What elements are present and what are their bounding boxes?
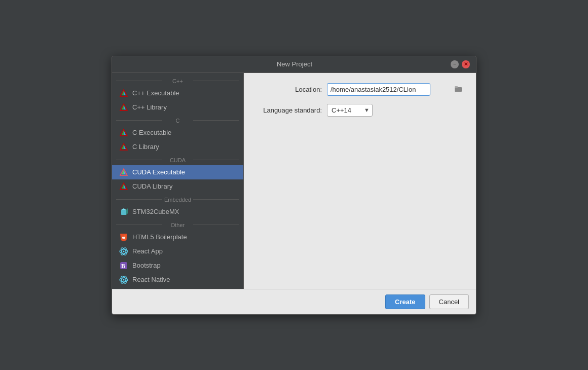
create-button[interactable]: Create xyxy=(385,294,425,309)
triangle-icon xyxy=(119,103,128,112)
sidebar-item-label: C++ Library xyxy=(132,103,167,111)
svg-rect-24 xyxy=(123,238,125,239)
triangle-icon xyxy=(119,168,128,177)
svg-text:B: B xyxy=(121,263,125,270)
location-row: Location: xyxy=(256,83,464,96)
svg-rect-18 xyxy=(121,210,126,215)
section-label-c: C xyxy=(112,115,243,126)
sidebar-item-label: CUDA Library xyxy=(132,182,172,190)
sidebar-item-cpp-library[interactable]: C++ Library xyxy=(112,100,243,115)
svg-rect-35 xyxy=(455,87,462,92)
bootstrap-icon: B xyxy=(119,261,128,270)
sidebar-item-label: C++ Executable xyxy=(132,89,179,97)
section-label-other: Other xyxy=(112,219,243,230)
section-label-embedded: Embedded xyxy=(112,194,243,205)
sidebar-item-label: STM32CubeMX xyxy=(132,208,179,215)
browse-folder-button[interactable] xyxy=(455,85,462,93)
window-controls: – ✕ xyxy=(451,60,470,68)
sidebar-item-stm32cubemx[interactable]: STM32CubeMX xyxy=(112,205,243,219)
svg-marker-20 xyxy=(126,208,128,215)
language-label: Language standard: xyxy=(256,106,322,114)
language-select[interactable]: C++03 C++11 C++14 C++17 C++20 xyxy=(327,104,373,117)
svg-point-34 xyxy=(123,279,125,280)
react-icon xyxy=(119,247,128,256)
new-project-dialog: New Project – ✕ C++ C++ Executable xyxy=(112,56,476,315)
title-bar: New Project – ✕ xyxy=(112,56,476,73)
sidebar-item-html5-boilerplate[interactable]: HTML5 Boilerplate xyxy=(112,230,243,244)
sidebar-item-c-executable[interactable]: C Executable xyxy=(112,126,243,140)
cube-icon xyxy=(119,207,128,216)
triangle-icon xyxy=(119,182,128,191)
triangle-icon xyxy=(119,89,128,98)
triangle-icon xyxy=(119,142,128,152)
dialog-footer: Create Cancel xyxy=(112,289,476,314)
svg-marker-19 xyxy=(121,208,126,210)
location-input[interactable] xyxy=(327,83,430,96)
project-type-sidebar: C++ C++ Executable xyxy=(112,73,244,289)
section-label-cuda: CUDA xyxy=(112,154,243,165)
section-label-cpp: C++ xyxy=(112,75,243,86)
location-field-wrapper xyxy=(327,83,464,96)
sidebar-item-label: C Library xyxy=(132,143,159,151)
sidebar-item-react-native[interactable]: React Native xyxy=(112,273,243,287)
sidebar-item-label: React Native xyxy=(132,276,170,283)
sidebar-item-label: CUDA Executable xyxy=(132,168,185,176)
language-row: Language standard: C++03 C++11 C++14 C++… xyxy=(256,104,464,117)
sidebar-item-c-library[interactable]: C Library xyxy=(112,140,243,154)
dialog-title: New Project xyxy=(138,60,451,68)
cancel-button[interactable]: Cancel xyxy=(429,294,469,309)
sidebar-item-cpp-executable[interactable]: C++ Executable xyxy=(112,86,243,100)
project-settings-panel: Location: Language standard: C++03 xyxy=(244,73,476,289)
svg-rect-23 xyxy=(122,237,125,238)
sidebar-item-label: Bootstrap xyxy=(132,262,161,269)
react-icon xyxy=(119,275,128,284)
sidebar-item-cuda-library[interactable]: CUDA Library xyxy=(112,179,243,194)
sidebar-item-bootstrap[interactable]: B Bootstrap xyxy=(112,258,243,273)
sidebar-item-cuda-executable[interactable]: CUDA Executable xyxy=(112,165,243,179)
svg-rect-36 xyxy=(455,86,458,88)
triangle-icon xyxy=(119,128,128,137)
close-button[interactable]: ✕ xyxy=(462,60,470,68)
sidebar-item-label: React App xyxy=(132,247,163,255)
location-label: Location: xyxy=(256,86,322,93)
html5-icon xyxy=(119,233,128,242)
language-select-wrapper: C++03 C++11 C++14 C++17 C++20 ▼ xyxy=(327,104,373,117)
dialog-body: C++ C++ Executable xyxy=(112,73,476,289)
svg-point-28 xyxy=(123,250,125,252)
sidebar-item-react-app[interactable]: React App xyxy=(112,244,243,258)
sidebar-item-label: HTML5 Boilerplate xyxy=(132,233,187,241)
minimize-button[interactable]: – xyxy=(451,60,459,68)
sidebar-item-label: C Executable xyxy=(132,129,171,136)
